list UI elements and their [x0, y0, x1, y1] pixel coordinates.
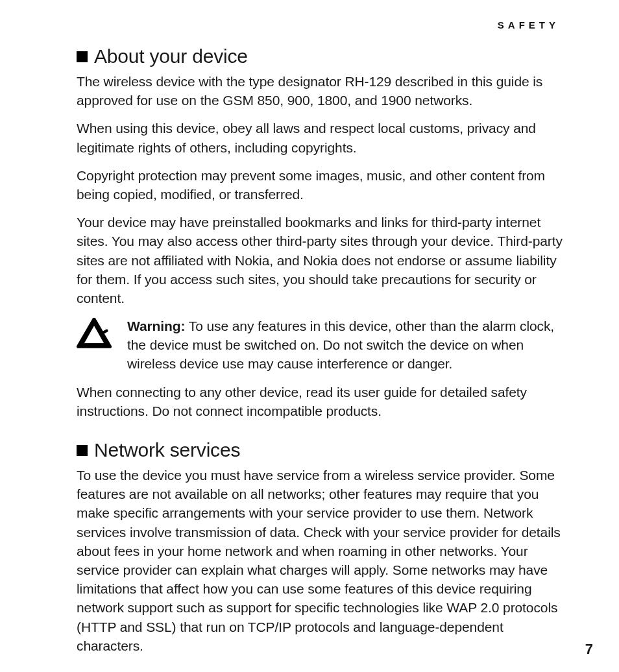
- warning-triangle-icon: [77, 318, 112, 349]
- section-gap: [77, 429, 567, 438]
- body-paragraph: The wireless device with the type design…: [77, 72, 567, 110]
- body-paragraph: When connecting to any other device, rea…: [77, 383, 567, 420]
- running-head: SAFETY: [77, 19, 567, 30]
- manual-page: SAFETY About your device The wireless de…: [0, 0, 619, 672]
- section-title-text: Network services: [94, 439, 240, 461]
- section-heading-about-your-device: About your device: [77, 45, 567, 68]
- section-heading-network-services: Network services: [77, 438, 567, 462]
- warning-block: Warning: To use any features in this dev…: [77, 317, 567, 374]
- body-paragraph: Your device may have preinstalled bookma…: [77, 213, 567, 307]
- body-paragraph: To use the device you must have service …: [77, 466, 567, 655]
- section-title-text: About your device: [94, 45, 248, 67]
- page-number: 7: [585, 641, 593, 658]
- warning-text: Warning: To use any features in this dev…: [127, 317, 567, 374]
- warning-label: Warning:: [127, 318, 185, 333]
- square-bullet-icon: [77, 51, 88, 62]
- square-bullet-icon: [77, 445, 88, 456]
- body-paragraph: Copyright protection may prevent some im…: [77, 166, 567, 204]
- warning-body: To use any features in this device, othe…: [127, 318, 554, 371]
- body-paragraph: When using this device, obey all laws an…: [77, 119, 567, 156]
